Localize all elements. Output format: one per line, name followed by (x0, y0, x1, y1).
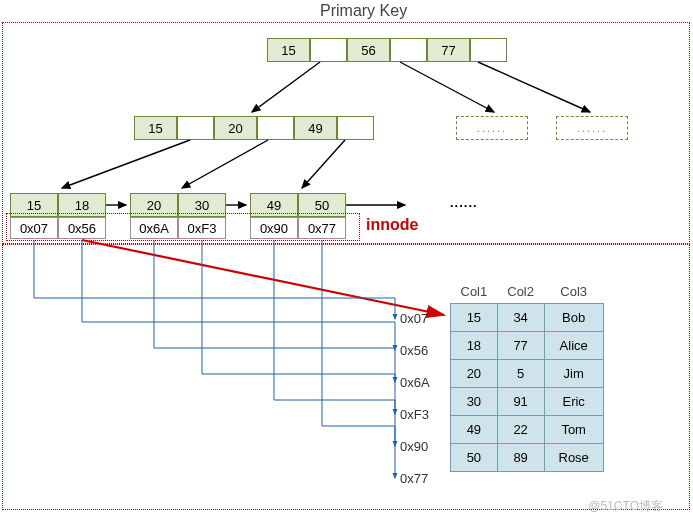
cell: 15 (451, 304, 498, 332)
row-addr-5: 0x77 (400, 471, 428, 486)
row-addr-0: 0x07 (400, 311, 428, 326)
cell: 50 (451, 444, 498, 472)
svg-line-3 (62, 140, 190, 188)
cell: 77 (497, 332, 544, 360)
svg-line-1 (400, 62, 494, 112)
cell: 22 (497, 416, 544, 444)
col-header-1: Col2 (497, 280, 544, 304)
svg-line-5 (302, 140, 345, 188)
cell: Jim (544, 360, 603, 388)
cell: Rose (544, 444, 603, 472)
svg-line-9 (82, 240, 444, 315)
row-addr-4: 0x90 (400, 439, 428, 454)
cell: 34 (497, 304, 544, 332)
cell: Bob (544, 304, 603, 332)
table-row: 205Jim (451, 360, 604, 388)
watermark: @51CTO博客 (588, 498, 663, 515)
cell: 89 (497, 444, 544, 472)
cell: Alice (544, 332, 603, 360)
table-row: 4922Tom (451, 416, 604, 444)
svg-line-4 (182, 140, 268, 188)
svg-line-0 (252, 62, 320, 112)
cell: 20 (451, 360, 498, 388)
cell: 5 (497, 360, 544, 388)
row-addr-3: 0xF3 (400, 407, 429, 422)
data-table: Col1 Col2 Col3 1534Bob 1877Alice 205Jim … (450, 280, 604, 472)
row-addr-1: 0x56 (400, 343, 428, 358)
table-row: 5089Rose (451, 444, 604, 472)
cell: Eric (544, 388, 603, 416)
cell: Tom (544, 416, 603, 444)
col-header-0: Col1 (451, 280, 498, 304)
table-row: 1534Bob (451, 304, 604, 332)
cell: 91 (497, 388, 544, 416)
row-addr-2: 0x6A (400, 375, 430, 390)
table-row: 1877Alice (451, 332, 604, 360)
cell: 30 (451, 388, 498, 416)
cell: 49 (451, 416, 498, 444)
table-row: 3091Eric (451, 388, 604, 416)
cell: 18 (451, 332, 498, 360)
col-header-2: Col3 (544, 280, 603, 304)
svg-line-2 (478, 62, 590, 112)
